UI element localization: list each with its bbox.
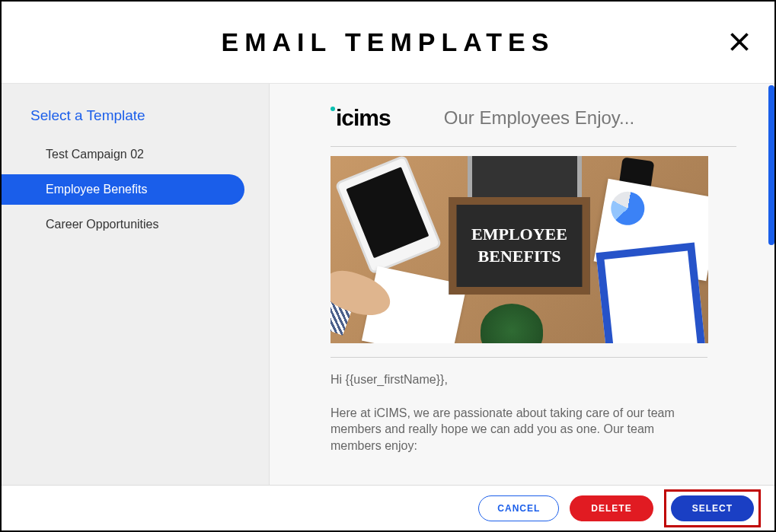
brand-logo: icims bbox=[331, 105, 391, 131]
hero-image: EMPLOYEE BENEFITS bbox=[331, 156, 708, 343]
select-button[interactable]: SELECT bbox=[671, 495, 754, 521]
sidebar-heading: Select a Template bbox=[2, 94, 269, 139]
plant-icon bbox=[481, 304, 543, 343]
content-area: Select a Template Test Campaign 02 Emplo… bbox=[2, 84, 774, 486]
email-greeting: Hi {{user_firstName}}, bbox=[331, 371, 707, 388]
scrollbar[interactable] bbox=[768, 85, 774, 245]
template-item-career-opportunities[interactable]: Career Opportunities bbox=[2, 209, 244, 240]
divider bbox=[331, 357, 707, 358]
preview-area: icims Our Employees Enjoy... EMPLOYEE BE… bbox=[270, 84, 774, 486]
tablet-icon bbox=[334, 156, 442, 275]
email-paragraph: Here at iCIMS, we are passionate about t… bbox=[331, 405, 707, 454]
modal-footer: CANCEL DELETE SELECT bbox=[2, 485, 774, 530]
close-icon bbox=[729, 31, 750, 53]
template-item-test-campaign-02[interactable]: Test Campaign 02 bbox=[2, 139, 244, 170]
template-item-label: Test Campaign 02 bbox=[46, 148, 144, 161]
laptop-icon bbox=[468, 156, 582, 202]
template-item-employee-benefits[interactable]: Employee Benefits bbox=[2, 174, 244, 205]
modal-header: EMAIL TEMPLATES bbox=[2, 2, 774, 84]
logo-text: icims bbox=[336, 105, 391, 131]
cancel-button[interactable]: CANCEL bbox=[478, 495, 559, 521]
close-button[interactable] bbox=[726, 28, 753, 56]
delete-button[interactable]: DELETE bbox=[570, 495, 653, 521]
modal-title: EMAIL TEMPLATES bbox=[222, 27, 555, 57]
template-sidebar: Select a Template Test Campaign 02 Emplo… bbox=[2, 84, 270, 486]
template-item-label: Employee Benefits bbox=[46, 183, 147, 196]
logo-dot-icon bbox=[331, 107, 335, 111]
hero-text-line2: BENEFITS bbox=[478, 246, 561, 268]
template-item-label: Career Opportunities bbox=[46, 218, 159, 231]
template-list: Test Campaign 02 Employee Benefits Caree… bbox=[2, 139, 269, 240]
chalkboard-icon: EMPLOYEE BENEFITS bbox=[449, 197, 590, 295]
email-subject: Our Employees Enjoy... bbox=[444, 107, 634, 129]
email-body: Hi {{user_firstName}}, Here at iCIMS, we… bbox=[331, 371, 707, 454]
preview-header: icims Our Employees Enjoy... bbox=[331, 105, 736, 147]
select-highlight-box: SELECT bbox=[664, 489, 761, 527]
hero-text-line1: EMPLOYEE bbox=[471, 224, 567, 246]
clipboard-icon bbox=[596, 243, 707, 343]
